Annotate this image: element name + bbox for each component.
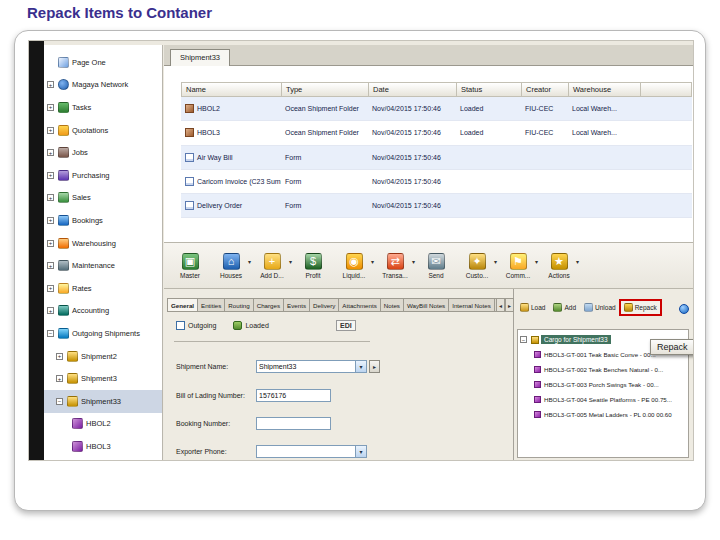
load-button[interactable]: Load [517,301,548,314]
expand-icon[interactable] [47,104,54,111]
sidebar-item-hbol3[interactable]: HBOL3 [44,435,162,458]
toolbar-button-customs[interactable]: Custo... [457,244,497,288]
toolbar-button-actions[interactable]: Actions [539,244,579,288]
bol-input[interactable] [256,389,331,402]
expand-icon[interactable] [47,149,54,156]
cell-creator: FIU-CEC [521,129,568,136]
sidebar-item-magaya-network[interactable]: Magaya Network [44,74,162,97]
sidebar-item-shipment3[interactable]: Shipment3 [44,367,162,390]
sidebar-item-maintenance[interactable]: Maintenance [44,254,162,277]
column-header-name[interactable]: Name [182,83,282,96]
tab-scroll-left-icon[interactable] [496,298,505,312]
expand-icon[interactable] [47,194,54,201]
tab-delivery[interactable]: Delivery [310,298,339,312]
sidebar-item-shipment33[interactable]: Shipment33 [44,390,162,413]
tab-events[interactable]: Events [284,298,310,312]
tab-waybill-notes[interactable]: WayBill Notes [404,298,449,312]
unload-button[interactable]: Unload [581,301,619,314]
shipment-name-input[interactable] [256,360,356,373]
sidebar-item-rates[interactable]: Rates [44,277,162,300]
tab-entities[interactable]: Entities [198,298,225,312]
cargo-button-bar: Load Add Unload Repack [517,301,660,314]
browse-button[interactable] [369,360,380,373]
sidebar-item-label: Accounting [72,306,109,315]
tab-charges[interactable]: Charges [254,298,284,312]
tab-routing[interactable]: Routing [225,298,253,312]
sidebar-item-page-one[interactable]: Page One [44,51,162,74]
column-header-status[interactable]: Status [457,83,522,96]
table-row[interactable]: HBOL2 Ocean Shipment Folder Nov/04/2015 … [181,97,692,121]
expand-icon[interactable] [47,172,54,179]
expand-icon[interactable] [47,81,54,88]
chevron-down-icon[interactable] [371,258,374,265]
tab-scroll-right-icon[interactable] [505,298,514,312]
expand-icon[interactable] [47,307,54,314]
tab-notes[interactable]: Notes [381,298,404,312]
cargo-item[interactable]: HBOL3-GT-002 Teak Benches Natural - 0... [518,362,688,377]
toolbar-button-transactions[interactable]: Transa... [375,244,415,288]
column-header-creator[interactable]: Creator [522,83,569,96]
expand-icon[interactable] [47,127,54,134]
sidebar-item-warehousing[interactable]: Warehousing [44,232,162,255]
chevron-down-icon[interactable] [248,258,251,265]
cell-type: Ocean Shipment Folder [281,105,368,112]
sidebar-item-shipment2[interactable]: Shipment2 [44,345,162,368]
column-header-warehouse[interactable]: Warehouse [569,83,641,96]
tab-general[interactable]: General [167,298,198,312]
expand-icon[interactable] [47,240,54,247]
sidebar-item-accounting[interactable]: Accounting [44,300,162,323]
sidebar-item-jobs[interactable]: Jobs [44,141,162,164]
sidebar-item-bookings[interactable]: Bookings [44,209,162,232]
toolbar-button-houses[interactable]: Houses [211,244,251,288]
repack-button[interactable]: Repack [621,301,660,314]
expand-icon[interactable] [47,217,54,224]
exporter-phone-input[interactable] [256,445,356,458]
column-header-type[interactable]: Type [282,83,369,96]
toolbar-button-add-document[interactable]: Add D... [252,244,292,288]
chevron-down-icon[interactable] [289,258,292,265]
collapse-icon[interactable] [47,330,54,337]
tab-attachments[interactable]: Attachments [339,298,380,312]
collapse-icon[interactable] [520,336,527,343]
chevron-down-icon[interactable] [412,258,415,265]
sidebar-item-hbol2[interactable]: HBOL2 [44,413,162,436]
sidebar-item-quotations[interactable]: Quotations [44,119,162,142]
chevron-down-icon[interactable] [535,258,538,265]
table-row[interactable]: HBOL3 Ocean Shipment Folder Nov/04/2015 … [181,121,692,145]
expand-icon[interactable] [56,353,63,360]
toolbar-button-communications[interactable]: Comm... [498,244,538,288]
expand-icon[interactable] [47,262,54,269]
toolbar-button-profit[interactable]: Profit [293,244,333,288]
table-row[interactable]: Delivery Order Form Nov/04/2015 17:50:46 [181,194,692,218]
sidebar-item-tasks[interactable]: Tasks [44,96,162,119]
sidebar-item-purchasing[interactable]: Purchasing [44,164,162,187]
sidebar-item-label: Page One [72,58,106,67]
edi-button[interactable]: EDI [336,320,356,331]
cargo-item[interactable]: HBOL3-GT-005 Metal Ladders - PL 0.00 00.… [518,407,688,422]
globe-icon[interactable] [679,304,689,314]
toolbar-button-liquidation[interactable]: Liquid... [334,244,374,288]
customs-icon [469,253,486,270]
dropdown-arrow-icon[interactable] [356,445,367,458]
shipment-tab[interactable]: Shipment33 [170,49,230,66]
cargo-item[interactable]: HBOL3-GT-003 Porch Swings Teak - 00... [518,377,688,392]
table-row[interactable]: Caricom Invoice (C23 Summ... Form Nov/04… [181,170,692,194]
expand-icon[interactable] [56,375,63,382]
cargo-item[interactable]: HBOL3-GT-004 Seattle Platforms - PE 00.7… [518,392,688,407]
toolbar-button-send[interactable]: Send [416,244,456,288]
booking-input[interactable] [256,417,331,430]
toolbar-button-master[interactable]: Master [170,244,210,288]
table-row[interactable]: Air Way Bill Form Nov/04/2015 17:50:46 [181,146,692,170]
collapse-icon[interactable] [56,398,63,405]
tab-internal-notes[interactable]: Internal Notes [449,298,495,312]
outgoing-checkbox[interactable] [176,321,185,330]
chevron-down-icon[interactable] [576,258,579,265]
sidebar-item-outgoing-shipments[interactable]: Outgoing Shipments [44,322,162,345]
column-header-date[interactable]: Date [369,83,457,96]
expand-icon[interactable] [47,285,54,292]
sidebar-item-sales[interactable]: Sales [44,187,162,210]
dropdown-arrow-icon[interactable] [356,360,367,373]
chevron-down-icon[interactable] [494,258,497,265]
add-button[interactable]: Add [550,301,579,314]
column-header-filler [641,83,691,96]
